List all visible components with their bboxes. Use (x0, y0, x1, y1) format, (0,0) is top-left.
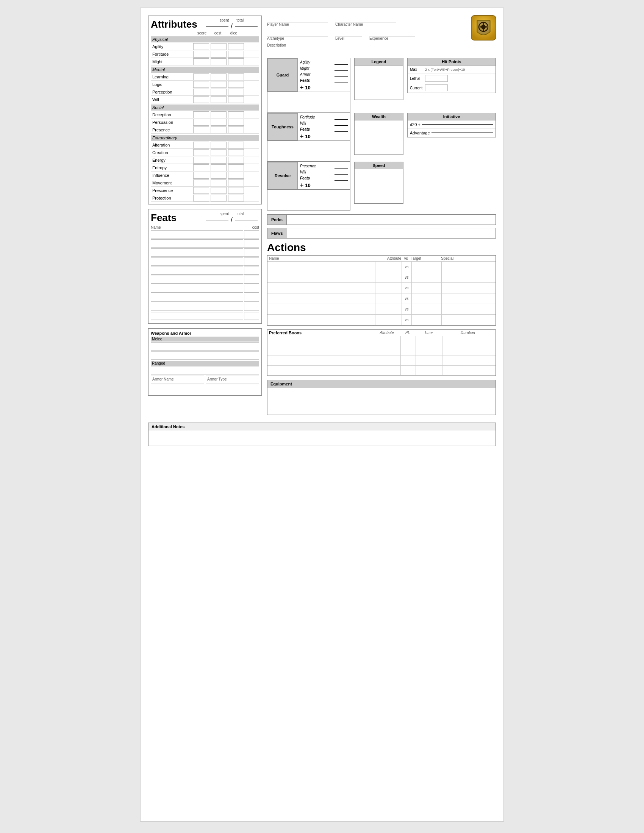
boon-dur-1[interactable] (443, 336, 496, 346)
boon-time-2[interactable] (416, 346, 443, 355)
description-input[interactable] (267, 47, 485, 54)
boon-attr-2[interactable] (374, 346, 401, 355)
alteration-dice[interactable] (228, 142, 244, 148)
initiative-advantage-input[interactable] (431, 132, 493, 133)
boon-name-1[interactable] (267, 336, 374, 346)
presence-cost[interactable] (211, 127, 227, 133)
perception-dice[interactable] (228, 88, 244, 95)
logic-score[interactable] (193, 81, 209, 88)
fortitude-dice[interactable] (228, 51, 244, 58)
boon-dur-3[interactable] (443, 356, 496, 365)
wealth-body[interactable] (354, 121, 403, 154)
resolve-value-box[interactable] (267, 190, 350, 211)
feat-name-2[interactable] (151, 239, 243, 247)
action-name-3[interactable] (267, 283, 375, 293)
action-target-4[interactable] (411, 293, 442, 304)
melee-row-2[interactable] (151, 351, 259, 360)
action-attr-1[interactable] (375, 262, 402, 272)
perks-content[interactable] (287, 216, 496, 224)
learning-dice[interactable] (228, 74, 244, 80)
action-attr-2[interactable] (375, 272, 402, 283)
energy-score[interactable] (193, 157, 209, 164)
agility-cost[interactable] (211, 43, 227, 50)
boon-attr-3[interactable] (374, 356, 401, 365)
action-name-1[interactable] (267, 262, 375, 272)
presence-dice[interactable] (228, 127, 244, 133)
flaws-content[interactable] (287, 230, 496, 237)
guard-value-box[interactable] (267, 92, 350, 113)
persuasion-cost[interactable] (211, 119, 227, 126)
entropy-score[interactable] (193, 164, 209, 171)
learning-score[interactable] (193, 74, 209, 80)
action-name-4[interactable] (267, 293, 375, 304)
feat-cost-3[interactable] (244, 248, 259, 256)
feat-cost-2[interactable] (244, 239, 259, 247)
archetype-input[interactable] (267, 29, 328, 36)
logic-cost[interactable] (211, 81, 227, 88)
creation-cost[interactable] (211, 149, 227, 156)
experience-input[interactable] (369, 29, 415, 36)
player-name-input[interactable] (267, 16, 328, 23)
current-input[interactable] (425, 84, 448, 91)
feat-cost-8[interactable] (244, 294, 259, 302)
movement-dice[interactable] (228, 180, 244, 186)
equipment-body[interactable] (267, 388, 496, 415)
influence-score[interactable] (193, 172, 209, 179)
boon-pl-1[interactable] (401, 336, 416, 346)
feat-cost-5[interactable] (244, 267, 259, 275)
energy-cost[interactable] (211, 157, 227, 164)
movement-score[interactable] (193, 180, 209, 186)
feat-name-7[interactable] (151, 285, 243, 293)
boon-name-3[interactable] (267, 356, 374, 365)
feat-name-8[interactable] (151, 294, 243, 302)
feat-name-10[interactable] (151, 312, 243, 320)
action-name-2[interactable] (267, 272, 375, 283)
deception-cost[interactable] (211, 111, 227, 118)
creation-score[interactable] (193, 149, 209, 156)
level-input[interactable] (335, 29, 362, 36)
action-attr-3[interactable] (375, 283, 402, 293)
boon-time-3[interactable] (416, 356, 443, 365)
entropy-dice[interactable] (228, 164, 244, 171)
protection-score[interactable] (193, 195, 209, 201)
feat-cost-4[interactable] (244, 257, 259, 265)
notes-body[interactable] (148, 431, 496, 445)
fortitude-cost[interactable] (211, 51, 227, 58)
toughness-value-box[interactable] (267, 141, 350, 162)
legend-body[interactable] (354, 66, 403, 100)
action-target-2[interactable] (411, 272, 442, 283)
entropy-cost[interactable] (211, 164, 227, 171)
feat-name-5[interactable] (151, 267, 243, 275)
boon-dur-2[interactable] (443, 346, 496, 355)
feat-cost-10[interactable] (244, 312, 259, 320)
perception-cost[interactable] (211, 88, 227, 95)
boon-name-2[interactable] (267, 346, 374, 355)
feat-name-9[interactable] (151, 303, 243, 311)
boon-dur-4[interactable] (443, 366, 496, 375)
action-special-4[interactable] (442, 293, 496, 304)
boon-time-1[interactable] (416, 336, 443, 346)
logic-dice[interactable] (228, 81, 244, 88)
protection-cost[interactable] (211, 195, 227, 201)
boon-time-4[interactable] (416, 366, 443, 375)
feat-cost-6[interactable] (244, 276, 259, 284)
armor-name-cell[interactable]: Armor Name (151, 376, 204, 384)
armor-detail-row[interactable] (151, 384, 259, 392)
armor-type-cell[interactable]: Armor Type (206, 376, 259, 384)
fortitude-score[interactable] (193, 51, 209, 58)
action-name-5[interactable] (267, 304, 375, 314)
learning-cost[interactable] (211, 74, 227, 80)
deception-dice[interactable] (228, 111, 244, 118)
influence-dice[interactable] (228, 172, 244, 179)
alteration-cost[interactable] (211, 142, 227, 148)
boon-pl-4[interactable] (401, 366, 416, 375)
creation-dice[interactable] (228, 149, 244, 156)
alteration-score[interactable] (193, 142, 209, 148)
action-attr-5[interactable] (375, 304, 402, 314)
boon-attr-1[interactable] (374, 336, 401, 346)
might-dice[interactable] (228, 58, 244, 65)
might-score[interactable] (193, 58, 209, 65)
action-attr-6[interactable] (375, 315, 402, 325)
persuasion-dice[interactable] (228, 119, 244, 126)
will-score[interactable] (193, 96, 209, 103)
